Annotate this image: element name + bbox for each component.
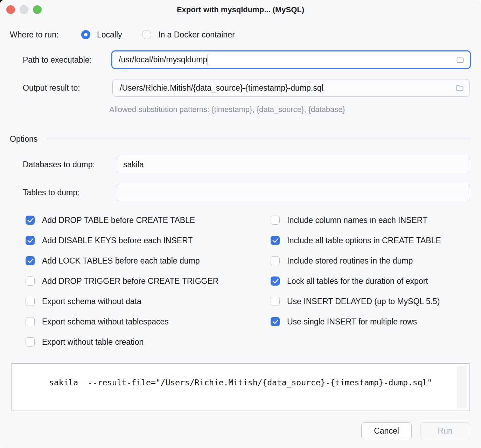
checkbox[interactable] [26,297,35,306]
command-preview-text: sakila --result-file="/Users/Richie.Miti… [49,378,432,387]
where-to-run-label: Where to run: [10,30,58,39]
options-section-label: Options [10,134,37,144]
window-title: Export with mysqldump... (MySQL) [0,5,481,14]
path-to-executable-label: Path to executable: [23,55,92,64]
browse-output-button[interactable] [455,83,465,93]
checkbox-column-right: Include column names in each INSERT Incl… [271,216,441,326]
checkbox-row-export-schema-without-tablespaces[interactable]: Export schema without tablespaces [26,317,218,326]
options-separator-line [47,139,471,139]
checkbox-column-left: Add DROP TABLE before CREATE TABLE Add D… [26,216,218,346]
checkbox-row-lock-all-tables[interactable]: Lock all tables for the duration of expo… [271,276,441,286]
radio-locally[interactable] [81,30,90,39]
run-button[interactable]: Run [420,422,470,439]
folder-icon [455,83,465,93]
titlebar: Export with mysqldump... (MySQL) [0,0,481,20]
path-to-executable-value: /usr/local/bin/mysqldump [119,55,207,64]
checkbox[interactable] [271,297,280,306]
checkbox[interactable] [271,216,280,225]
path-to-executable-input[interactable]: /usr/local/bin/mysqldump [111,50,471,69]
checkbox[interactable] [26,317,35,326]
radio-locally-label[interactable]: Locally [97,30,122,39]
checkbox[interactable] [271,236,280,245]
checkbox[interactable] [26,236,35,245]
screenshot-stage: Export with mysqldump... (MySQL) Where t… [0,0,481,448]
text-caret [208,55,208,65]
radio-docker[interactable] [142,30,151,39]
tables-to-dump-input[interactable] [116,184,470,201]
databases-to-dump-value: sakila [123,160,144,169]
checkbox[interactable] [26,216,35,225]
checkbox[interactable] [271,317,280,326]
substitution-patterns-hint: Allowed substitution patterns: {timestam… [109,105,345,114]
radio-docker-label[interactable]: In a Docker container [158,30,235,39]
folder-icon [455,55,465,64]
checkbox-row-include-column-names[interactable]: Include column names in each INSERT [271,216,441,225]
checkbox-row-use-single-insert[interactable]: Use single INSERT for multiple rows [271,317,441,326]
scrollbar-track[interactable] [457,366,467,408]
checkbox-row-add-drop-trigger[interactable]: Add DROP TRIGGER before CREATE TRIGGER [26,276,218,286]
checkbox-row-add-disable-keys[interactable]: Add DISABLE KEYS before each INSERT [26,236,218,245]
checkbox[interactable] [271,276,280,286]
cancel-button[interactable]: Cancel [361,422,412,439]
checkbox-row-include-stored-routines[interactable]: Include stored routines in the dump [271,256,441,265]
checkbox[interactable] [271,256,280,265]
checkbox-row-use-insert-delayed[interactable]: Use INSERT DELAYED (up to MySQL 5.5) [271,297,441,306]
command-preview-box[interactable]: sakila --result-file="/Users/Richie.Miti… [11,363,470,411]
checkbox[interactable] [26,256,35,265]
browse-executable-button[interactable] [455,55,465,64]
output-result-to-value: /Users/Richie.Mitish/{data_source}-{time… [120,83,323,93]
checkbox-row-export-schema-without-data[interactable]: Export schema without data [26,297,218,306]
checkbox[interactable] [26,276,35,286]
output-result-to-label: Output result to: [23,83,80,92]
checkbox-row-add-drop-table[interactable]: Add DROP TABLE before CREATE TABLE [26,216,218,225]
checkbox[interactable] [26,337,35,346]
checkbox-row-export-without-table-creation[interactable]: Export without table creation [26,337,218,346]
checkbox-row-include-table-options[interactable]: Include all table options in CREATE TABL… [271,236,441,245]
databases-to-dump-label: Databases to dump: [23,160,95,169]
checkbox-row-add-lock-tables[interactable]: Add LOCK TABLES before each table dump [26,256,218,265]
databases-to-dump-input[interactable]: sakila [116,156,470,173]
tables-to-dump-label: Tables to dump: [23,188,79,197]
output-result-to-input[interactable]: /Users/Richie.Mitish/{data_source}-{time… [112,79,470,97]
export-mysqldump-dialog: Export with mysqldump... (MySQL) Where t… [0,0,481,448]
